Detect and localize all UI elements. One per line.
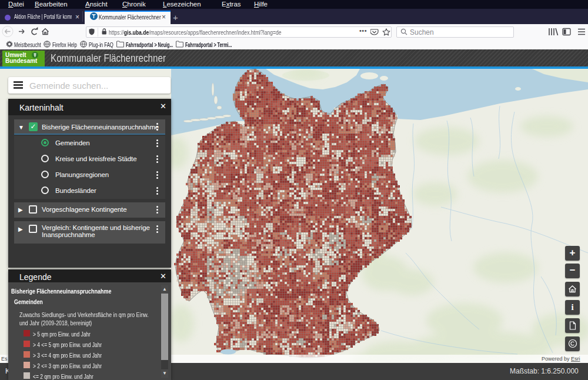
svg-text:Es: Es [1,356,8,362]
svg-text:Powered by Esri: Powered by Esri [542,356,580,362]
